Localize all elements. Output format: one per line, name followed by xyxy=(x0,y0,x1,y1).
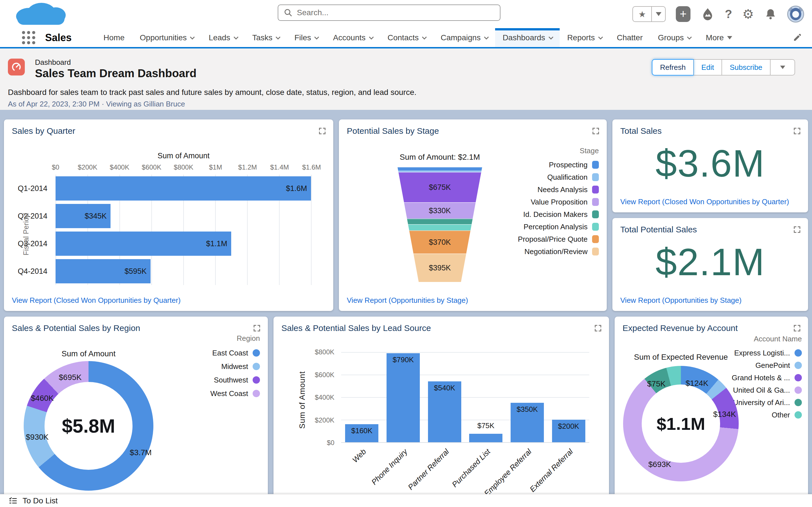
tab-groups[interactable]: Groups xyxy=(651,28,698,47)
legend-dot xyxy=(795,374,802,381)
bar-q4-2014[interactable]: $595K xyxy=(56,259,151,283)
tab-leads[interactable]: Leads xyxy=(201,28,245,47)
tab-tasks[interactable]: Tasks xyxy=(245,28,287,47)
bar-external-referral[interactable]: $200K xyxy=(552,420,585,442)
legend-dot xyxy=(795,362,802,369)
segment-label: $3.7M xyxy=(130,448,152,457)
card-sales-by-quarter: Sales by Quarter Sum of Amount $0 $200K … xyxy=(4,119,333,311)
favorites-star-icon[interactable]: ★ xyxy=(633,9,651,19)
app-launcher-icon[interactable] xyxy=(22,31,36,45)
bar-phone-inquiry[interactable]: $790K xyxy=(387,353,420,442)
expand-icon[interactable] xyxy=(318,127,326,135)
legend-title: Stage xyxy=(518,147,599,155)
expand-icon[interactable] xyxy=(594,324,602,332)
favorites-caret-icon[interactable] xyxy=(652,12,665,16)
expand-icon[interactable] xyxy=(253,324,261,332)
y-axis-title: Fiscal Period xyxy=(22,206,31,263)
card-title: Total Sales xyxy=(620,126,662,136)
legend-title: Region xyxy=(210,334,260,343)
tab-reports[interactable]: Reports xyxy=(560,28,609,47)
global-actions-plus-icon[interactable]: + xyxy=(676,6,691,22)
tab-campaigns[interactable]: Campaigns xyxy=(433,28,495,47)
page-title: Sales Team Dream Dashboard xyxy=(35,67,197,80)
legend-swatch xyxy=(592,247,599,256)
record-type-label: Dashboard xyxy=(35,58,71,67)
funnel-segment-perception-analysis[interactable] xyxy=(398,224,482,230)
dashboard-grid: Sales by Quarter Sum of Amount $0 $200K … xyxy=(0,110,812,507)
notifications-bell-icon[interactable] xyxy=(764,8,777,20)
tab-chatter[interactable]: Chatter xyxy=(609,28,651,47)
x-axis-ticks: $0 $200K $400K $600K $800K $1M $1.2M $1.… xyxy=(56,163,312,172)
total-sales-value: $3.6M xyxy=(612,142,808,185)
card-expected-revenue-by-account: Expected Revenue by Account Account Name… xyxy=(615,317,808,507)
card-title: Sales & Potential Sales by Lead Source xyxy=(282,323,431,333)
dashboard-icon xyxy=(8,59,25,75)
user-avatar[interactable] xyxy=(787,6,804,22)
legend-swatch xyxy=(592,223,599,231)
caret-down-icon xyxy=(727,36,732,40)
legend-dot xyxy=(795,399,802,406)
bar-partner-referral[interactable]: $540K xyxy=(428,381,461,442)
card-sales-by-region: Sales & Potential Sales by Region Region… xyxy=(4,317,268,507)
region-donut[interactable]: $5.8M $3.7M $930K $460K $695K xyxy=(24,361,153,491)
global-search[interactable] xyxy=(278,4,500,21)
funnel-segment-value-proposition[interactable]: $330K xyxy=(398,202,482,219)
funnel-segment-negotiation-review[interactable]: $395K xyxy=(398,253,482,282)
legend-dot xyxy=(795,349,802,356)
bar-employee-referral[interactable]: $350K xyxy=(511,403,544,442)
funnel-segment-needs-analysis[interactable]: $675K xyxy=(398,172,482,202)
y-axis-ticks: $800K $600K $400K $200K $0 xyxy=(301,352,335,443)
subscribe-button[interactable]: Subscribe xyxy=(722,59,770,75)
expand-icon[interactable] xyxy=(793,324,801,332)
checklist-icon xyxy=(8,496,17,505)
funnel-segment-id-decision-makers[interactable] xyxy=(398,219,482,224)
bar-q3-2014[interactable]: $1.1M xyxy=(56,231,231,256)
segment-label: $124K xyxy=(686,379,709,388)
chevron-down-icon xyxy=(314,35,319,40)
expand-icon[interactable] xyxy=(592,127,600,135)
tab-more[interactable]: More xyxy=(698,28,740,47)
tab-opportunities[interactable]: Opportunities xyxy=(132,28,201,47)
more-actions-caret-button[interactable] xyxy=(770,59,795,75)
tab-home[interactable]: Home xyxy=(96,28,132,47)
chart-axis-title: Sum of Expected Revenue xyxy=(620,353,742,362)
tab-dashboards[interactable]: Dashboards xyxy=(495,28,560,47)
chevron-down-icon xyxy=(484,35,489,40)
tab-files[interactable]: Files xyxy=(287,28,325,47)
nav-edit-pencil-icon[interactable] xyxy=(793,33,802,43)
view-report-link[interactable]: View Report (Closed Won Opportunities by… xyxy=(620,198,789,206)
dashboard-actions: Refresh Edit Subscribe xyxy=(652,59,795,75)
view-report-link[interactable]: View Report (Opportunities by Stage) xyxy=(347,296,468,305)
chevron-down-icon xyxy=(598,35,603,40)
funnel-segment-prospecting[interactable] xyxy=(398,167,482,171)
card-sales-by-lead-source: Sales & Potential Sales by Lead Source S… xyxy=(273,317,609,507)
segment-label: $134K xyxy=(713,410,736,419)
expand-icon[interactable] xyxy=(793,225,801,234)
edit-button[interactable]: Edit xyxy=(694,59,722,75)
tab-accounts[interactable]: Accounts xyxy=(325,28,380,47)
bar-purchased-list[interactable]: $75K xyxy=(469,434,502,442)
tab-contacts[interactable]: Contacts xyxy=(380,28,434,47)
legend-dot xyxy=(253,376,260,384)
setup-gear-icon[interactable]: ⚙ xyxy=(742,6,754,22)
app-nav-bar: Sales Home Opportunities Leads Tasks Fil… xyxy=(0,28,812,48)
help-icon[interactable]: ? xyxy=(725,7,732,21)
view-report-link[interactable]: View Report (Opportunities by Stage) xyxy=(620,296,742,305)
card-title: Potential Sales by Stage xyxy=(347,126,439,136)
refresh-button[interactable]: Refresh xyxy=(652,59,694,75)
account-donut[interactable]: $1.1M $124K $134K $693K $75K xyxy=(623,366,739,482)
search-input[interactable] xyxy=(297,8,489,17)
funnel-total-label: Sum of Amount: $2.1M xyxy=(366,153,513,162)
view-report-link[interactable]: View Report (Closed Won Opportunities by… xyxy=(12,296,181,305)
favorites-button-group[interactable]: ★ xyxy=(632,6,666,22)
bar-web[interactable]: $160K xyxy=(345,424,378,442)
legend-dot xyxy=(795,386,802,394)
guidance-center-icon[interactable] xyxy=(701,7,715,21)
to-do-list-bar[interactable]: To Do List xyxy=(0,494,812,507)
expand-icon[interactable] xyxy=(793,127,801,135)
as-of-timestamp: As of Apr 22, 2023, 2:30 PM · Viewing as… xyxy=(8,100,185,108)
funnel-segment-proposal-price-quote[interactable]: $370K xyxy=(398,230,482,253)
bar-q1-2014[interactable]: $1.6M xyxy=(56,176,311,201)
total-potential-sales-value: $2.1M xyxy=(612,240,808,284)
bar-q2-2014[interactable]: $345K xyxy=(56,204,110,228)
